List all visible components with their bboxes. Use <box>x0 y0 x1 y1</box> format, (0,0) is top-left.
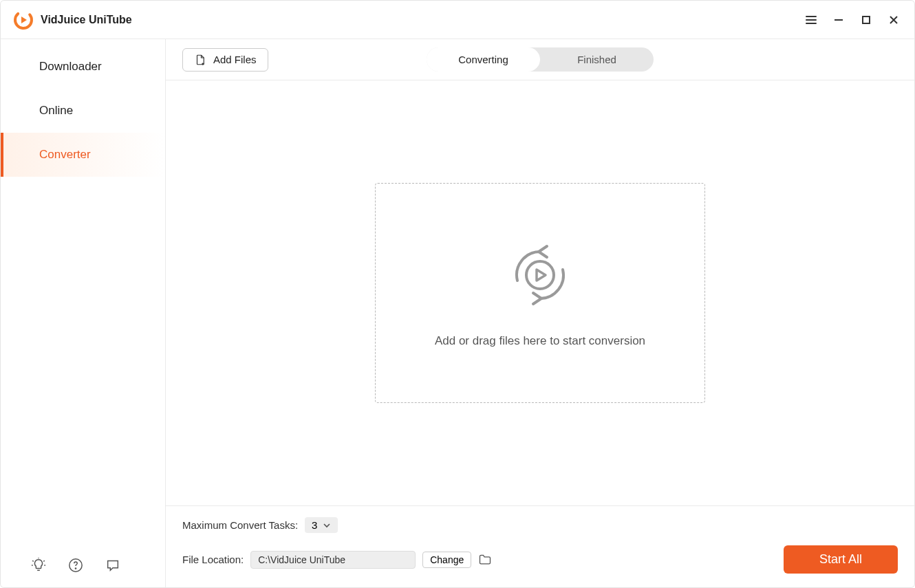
minimize-button[interactable] <box>826 8 851 32</box>
content-area: Add or drag files here to start conversi… <box>166 80 914 505</box>
max-tasks-select[interactable]: 3 <box>305 517 338 533</box>
feedback-icon[interactable] <box>104 556 122 574</box>
add-files-button[interactable]: Add Files <box>182 48 268 72</box>
maximize-button[interactable] <box>854 8 879 32</box>
lightbulb-icon[interactable] <box>30 556 47 574</box>
app-title: VidJuice UniTube <box>41 14 132 26</box>
app-logo-icon <box>13 10 34 30</box>
help-icon[interactable] <box>67 556 85 574</box>
tab-finished[interactable]: Finished <box>540 47 654 72</box>
titlebar: VidJuice UniTube <box>1 1 914 39</box>
menu-icon[interactable] <box>799 8 824 32</box>
tab-switcher: Converting Finished <box>427 47 654 72</box>
sidebar-item-downloader[interactable]: Downloader <box>1 45 165 89</box>
toolbar: Add Files Converting Finished <box>166 39 914 80</box>
max-tasks-value: 3 <box>312 519 317 531</box>
folder-icon <box>478 553 492 567</box>
tab-converting[interactable]: Converting <box>427 47 540 72</box>
sidebar-item-label: Converter <box>39 148 91 162</box>
convert-icon <box>506 238 574 314</box>
main-panel: Add Files Converting Finished <box>166 39 914 587</box>
svg-point-3 <box>75 568 76 569</box>
file-location-input[interactable] <box>250 551 416 569</box>
change-button[interactable]: Change <box>422 552 471 568</box>
add-file-icon <box>194 54 206 66</box>
sidebar-item-online[interactable]: Online <box>1 89 165 133</box>
chevron-down-icon <box>323 521 331 530</box>
svg-point-4 <box>526 261 554 289</box>
sidebar-item-label: Downloader <box>39 60 102 74</box>
sidebar-item-label: Online <box>39 104 73 118</box>
add-files-label: Add Files <box>213 54 257 65</box>
open-folder-button[interactable] <box>478 553 492 567</box>
dropzone-message: Add or drag files here to start conversi… <box>435 334 645 348</box>
start-all-button[interactable]: Start All <box>784 545 898 574</box>
file-location-label: File Location: <box>182 554 244 565</box>
bottom-bar: Maximum Convert Tasks: 3 File Location: … <box>166 505 914 587</box>
sidebar-item-converter[interactable]: Converter <box>1 133 165 177</box>
close-button[interactable] <box>881 8 906 32</box>
sidebar: Downloader Online Converter <box>1 39 166 587</box>
max-tasks-label: Maximum Convert Tasks: <box>182 519 298 531</box>
dropzone[interactable]: Add or drag files here to start conversi… <box>375 183 705 403</box>
svg-rect-1 <box>863 17 870 23</box>
